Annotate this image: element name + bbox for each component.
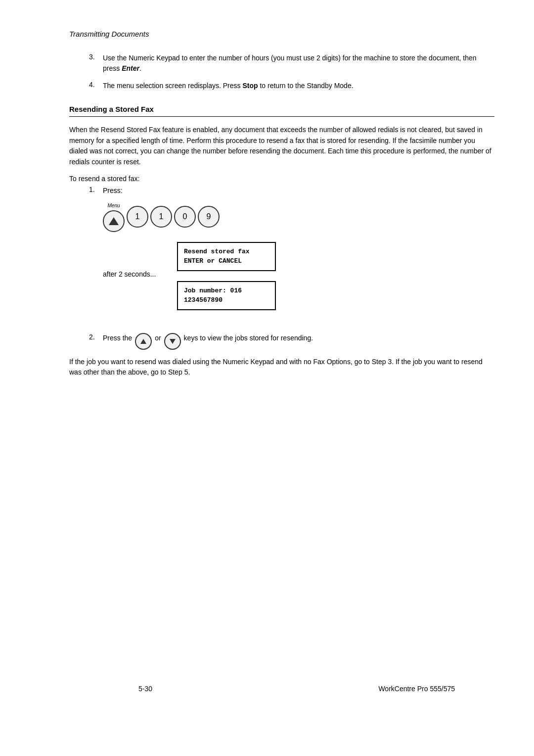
screens-column: Resend stored fax ENTER or CANCEL Job nu… (177, 242, 276, 318)
step2-content: Press the or keys to view the jobs store… (103, 333, 313, 350)
page-header: Transmitting Documents (69, 30, 494, 38)
step-4: 4. The menu selection screen redisplays.… (69, 81, 494, 91)
body-paragraph: When the Resend Stored Fax feature is en… (69, 125, 494, 168)
step4-content: The menu selection screen redisplays. Pr… (103, 81, 494, 91)
menu-label: Menu (107, 202, 120, 209)
display2-line1: Job number: 016 (184, 286, 269, 296)
step-1: 1. Press: Menu 1 1 (69, 186, 494, 318)
step3-bold: Enter (122, 64, 139, 72)
key-1-first[interactable]: 1 (127, 206, 148, 228)
step4-text: The menu selection screen redisplays. Pr… (103, 82, 242, 90)
key-9[interactable]: 9 (198, 206, 220, 228)
up-arrow-key[interactable] (135, 333, 152, 350)
display-box-2: Job number: 016 1234567890 (177, 281, 276, 310)
menu-key-wrapper: Menu (103, 202, 125, 232)
down-arrow-key[interactable] (164, 333, 181, 350)
key-9-label: 9 (207, 211, 211, 223)
step2-number: 2. (89, 333, 103, 341)
svg-marker-0 (140, 339, 146, 344)
display2-line2: 1234567890 (184, 295, 269, 305)
key-0[interactable]: 0 (174, 206, 196, 228)
key-1-first-label: 1 (135, 211, 140, 223)
step3-text: Use the Numeric Keypad to enter the numb… (103, 54, 477, 72)
down-arrow-icon (169, 338, 176, 345)
key-1-second-label: 1 (159, 211, 164, 223)
step2-or: or (155, 333, 161, 343)
header-title: Transmitting Documents (69, 30, 149, 38)
step2-text-before: Press the (103, 333, 132, 343)
footer-page-number: 5-30 (138, 685, 152, 693)
step3-number: 3. (89, 53, 103, 74)
step1-press: Press: (103, 187, 123, 194)
step-2: 2. Press the or keys to view the jobs st… (69, 333, 494, 350)
display1-line2: ENTER or CANCEL (184, 256, 269, 266)
step4-text2: to return to the Standby Mode. (258, 82, 354, 90)
after-seconds-label: after 2 seconds... (103, 242, 162, 280)
display-box-1: Resend stored fax ENTER or CANCEL (177, 242, 276, 271)
section-heading: Resending a Stored Fax (69, 105, 494, 117)
step4-number: 4. (89, 81, 103, 91)
footer-product-name: WorkCentre Pro 555/575 (378, 685, 455, 693)
up-arrow-icon (140, 338, 147, 345)
key-1-second[interactable]: 1 (150, 206, 172, 228)
menu-key-button[interactable] (103, 210, 125, 232)
svg-marker-1 (170, 339, 176, 344)
key-0-label: 0 (183, 211, 187, 223)
step4-bold: Stop (242, 82, 258, 90)
step1-number: 1. (89, 186, 103, 318)
to-resend-text: To resend a stored fax: (69, 175, 494, 183)
page-footer: 5-30 WorkCentre Pro 555/575 (138, 655, 455, 693)
step1-content: Press: Menu 1 1 (103, 186, 494, 318)
final-paragraph: If the job you want to resend was dialed… (69, 357, 494, 378)
step2-text-after: keys to view the jobs stored for resendi… (184, 333, 313, 343)
triangle-up-icon (109, 217, 119, 225)
step3-content: Use the Numeric Keypad to enter the numb… (103, 53, 494, 74)
display1-line1: Resend stored fax (184, 247, 269, 257)
key-buttons-row: Menu 1 1 0 9 (103, 202, 494, 232)
step-3: 3. Use the Numeric Keypad to enter the n… (69, 53, 494, 74)
